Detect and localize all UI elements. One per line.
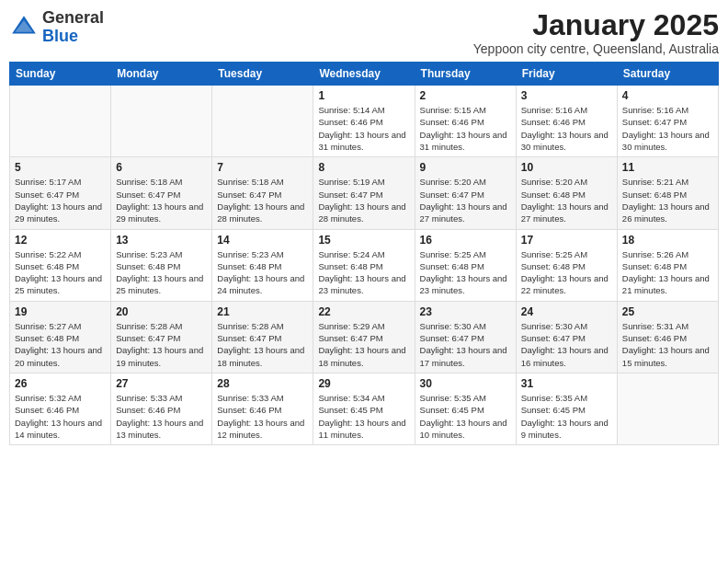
day-number: 30 [420,377,511,390]
calendar-cell [111,86,212,157]
day-number: 1 [318,89,409,102]
day-info: Sunrise: 5:35 AM Sunset: 6:45 PM Dayligh… [521,392,612,441]
day-info: Sunrise: 5:35 AM Sunset: 6:45 PM Dayligh… [420,392,511,441]
calendar-cell: 9Sunrise: 5:20 AM Sunset: 6:47 PM Daylig… [415,157,516,229]
calendar-cell: 18Sunrise: 5:26 AM Sunset: 6:48 PM Dayli… [617,229,718,301]
day-info: Sunrise: 5:14 AM Sunset: 6:46 PM Dayligh… [318,104,409,153]
calendar-cell [212,86,313,157]
day-number: 11 [622,161,713,174]
calendar-cell: 28Sunrise: 5:33 AM Sunset: 6:46 PM Dayli… [212,373,313,444]
day-info: Sunrise: 5:28 AM Sunset: 6:47 PM Dayligh… [217,320,308,369]
calendar-cell [617,373,718,444]
day-number: 29 [318,377,409,390]
day-info: Sunrise: 5:30 AM Sunset: 6:47 PM Dayligh… [420,320,511,369]
logo-text: General Blue [42,9,104,46]
calendar-cell: 21Sunrise: 5:28 AM Sunset: 6:47 PM Dayli… [212,301,313,373]
weekday-header: Tuesday [212,63,313,86]
day-info: Sunrise: 5:23 AM Sunset: 6:48 PM Dayligh… [217,248,308,297]
day-info: Sunrise: 5:27 AM Sunset: 6:48 PM Dayligh… [15,320,106,369]
logo-blue: Blue [42,27,78,45]
day-number: 16 [420,234,511,247]
day-info: Sunrise: 5:30 AM Sunset: 6:47 PM Dayligh… [521,320,612,369]
day-number: 18 [622,234,713,247]
calendar-cell: 31Sunrise: 5:35 AM Sunset: 6:45 PM Dayli… [516,373,617,444]
calendar-cell: 29Sunrise: 5:34 AM Sunset: 6:45 PM Dayli… [313,373,415,444]
weekday-header: Monday [111,63,212,86]
day-number: 15 [318,234,409,247]
weekday-header: Sunday [10,63,111,86]
calendar-week-row: 19Sunrise: 5:27 AM Sunset: 6:48 PM Dayli… [10,301,719,373]
day-number: 8 [318,161,409,174]
day-number: 10 [521,161,612,174]
day-info: Sunrise: 5:25 AM Sunset: 6:48 PM Dayligh… [521,248,612,297]
day-info: Sunrise: 5:18 AM Sunset: 6:47 PM Dayligh… [217,176,308,224]
calendar-cell: 30Sunrise: 5:35 AM Sunset: 6:45 PM Dayli… [415,373,516,444]
day-info: Sunrise: 5:18 AM Sunset: 6:47 PM Dayligh… [116,176,207,224]
day-info: Sunrise: 5:19 AM Sunset: 6:47 PM Dayligh… [318,176,409,224]
day-info: Sunrise: 5:15 AM Sunset: 6:46 PM Dayligh… [420,104,511,153]
calendar-cell: 26Sunrise: 5:32 AM Sunset: 6:46 PM Dayli… [10,373,111,444]
day-info: Sunrise: 5:31 AM Sunset: 6:46 PM Dayligh… [622,320,713,369]
logo-icon [9,13,39,42]
calendar-cell: 7Sunrise: 5:18 AM Sunset: 6:47 PM Daylig… [212,157,313,229]
logo: General Blue [9,9,104,46]
day-number: 14 [217,234,308,247]
day-number: 28 [217,377,308,390]
day-number: 26 [15,377,106,390]
day-number: 31 [521,377,612,390]
calendar-cell: 27Sunrise: 5:33 AM Sunset: 6:46 PM Dayli… [111,373,212,444]
weekday-header-row: SundayMondayTuesdayWednesdayThursdayFrid… [10,63,719,86]
calendar-cell: 23Sunrise: 5:30 AM Sunset: 6:47 PM Dayli… [415,301,516,373]
calendar-cell: 20Sunrise: 5:28 AM Sunset: 6:47 PM Dayli… [111,301,212,373]
day-number: 21 [217,305,308,318]
calendar-cell: 22Sunrise: 5:29 AM Sunset: 6:47 PM Dayli… [313,301,415,373]
day-info: Sunrise: 5:17 AM Sunset: 6:47 PM Dayligh… [15,176,106,224]
day-info: Sunrise: 5:32 AM Sunset: 6:46 PM Dayligh… [15,392,106,441]
calendar-cell: 17Sunrise: 5:25 AM Sunset: 6:48 PM Dayli… [516,229,617,301]
day-number: 9 [420,161,511,174]
day-number: 24 [521,305,612,318]
day-number: 2 [420,89,511,102]
day-info: Sunrise: 5:26 AM Sunset: 6:48 PM Dayligh… [622,248,713,297]
calendar-cell: 8Sunrise: 5:19 AM Sunset: 6:47 PM Daylig… [313,157,415,229]
day-info: Sunrise: 5:20 AM Sunset: 6:48 PM Dayligh… [521,176,612,224]
day-number: 13 [116,234,207,247]
calendar-cell: 10Sunrise: 5:20 AM Sunset: 6:48 PM Dayli… [516,157,617,229]
calendar-week-row: 12Sunrise: 5:22 AM Sunset: 6:48 PM Dayli… [10,229,719,301]
day-number: 5 [15,161,106,174]
calendar-cell: 11Sunrise: 5:21 AM Sunset: 6:48 PM Dayli… [617,157,718,229]
calendar-cell: 3Sunrise: 5:16 AM Sunset: 6:46 PM Daylig… [516,86,617,157]
calendar-cell: 6Sunrise: 5:18 AM Sunset: 6:47 PM Daylig… [111,157,212,229]
calendar-week-row: 1Sunrise: 5:14 AM Sunset: 6:46 PM Daylig… [10,86,719,157]
day-number: 23 [420,305,511,318]
calendar-cell: 13Sunrise: 5:23 AM Sunset: 6:48 PM Dayli… [111,229,212,301]
day-info: Sunrise: 5:23 AM Sunset: 6:48 PM Dayligh… [116,248,207,297]
calendar-cell: 2Sunrise: 5:15 AM Sunset: 6:46 PM Daylig… [415,86,516,157]
day-number: 17 [521,234,612,247]
logo-general: General [42,8,104,27]
calendar-cell: 1Sunrise: 5:14 AM Sunset: 6:46 PM Daylig… [313,86,415,157]
day-number: 20 [116,305,207,318]
day-number: 3 [521,89,612,102]
calendar-cell [10,86,111,157]
day-info: Sunrise: 5:28 AM Sunset: 6:47 PM Dayligh… [116,320,207,369]
day-info: Sunrise: 5:24 AM Sunset: 6:48 PM Dayligh… [318,248,409,297]
day-info: Sunrise: 5:16 AM Sunset: 6:47 PM Dayligh… [622,104,713,153]
calendar-cell: 5Sunrise: 5:17 AM Sunset: 6:47 PM Daylig… [10,157,111,229]
title-block: January 2025 Yeppoon city centre, Queens… [473,9,719,56]
calendar-cell: 15Sunrise: 5:24 AM Sunset: 6:48 PM Dayli… [313,229,415,301]
day-number: 22 [318,305,409,318]
calendar-cell: 14Sunrise: 5:23 AM Sunset: 6:48 PM Dayli… [212,229,313,301]
calendar-cell: 16Sunrise: 5:25 AM Sunset: 6:48 PM Dayli… [415,229,516,301]
page-header: General Blue January 2025 Yeppoon city c… [9,9,719,56]
day-number: 7 [217,161,308,174]
location: Yeppoon city centre, Queensland, Austral… [473,41,719,56]
calendar: SundayMondayTuesdayWednesdayThursdayFrid… [9,62,719,445]
day-number: 12 [15,234,106,247]
day-number: 27 [116,377,207,390]
day-info: Sunrise: 5:29 AM Sunset: 6:47 PM Dayligh… [318,320,409,369]
calendar-cell: 12Sunrise: 5:22 AM Sunset: 6:48 PM Dayli… [10,229,111,301]
calendar-week-row: 5Sunrise: 5:17 AM Sunset: 6:47 PM Daylig… [10,157,719,229]
calendar-cell: 19Sunrise: 5:27 AM Sunset: 6:48 PM Dayli… [10,301,111,373]
day-info: Sunrise: 5:21 AM Sunset: 6:48 PM Dayligh… [622,176,713,224]
